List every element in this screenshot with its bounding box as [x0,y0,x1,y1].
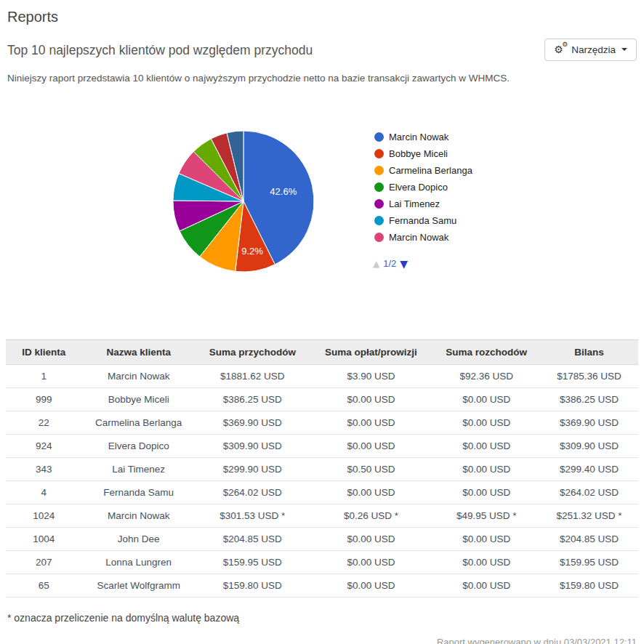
pie-slice-label: 42.6% [270,186,297,197]
table-cell: $369.90 USD [196,411,310,435]
table-cell: $159.80 USD [540,574,638,597]
table-cell: 22 [6,411,81,435]
report-header: Top 10 najlepszych klientów pod względem… [6,39,638,61]
table-row: 22Carmelina Berlanga$369.90 USD$0.00 USD… [6,411,638,435]
table-cell: $309.90 USD [540,435,638,458]
table-cell: Elvera Dopico [81,435,196,458]
table-cell: $0.00 USD [310,528,433,551]
table-row: 1Marcin Nowak$1881.62 USD$3.90 USD$92.36… [6,365,638,388]
column-header: Bilans [540,340,638,365]
chart-legend: Marcin NowakBobbye MiceliCarmelina Berla… [374,129,472,246]
table-row: 1024Marcin Nowak$301.53 USD *$0.26 USD *… [6,504,638,528]
table-row: 1004John Dee$204.85 USD$0.00 USD$0.00 US… [6,528,638,551]
legend-pager: ▲ 1/2 ▼ [373,258,408,269]
table-row: 4Fernanda Samu$264.02 USD$0.00 USD$0.00 … [6,481,638,504]
table-cell: $0.00 USD [432,528,540,551]
tools-button-label: Narzędzia [571,44,616,55]
table-cell: Fernanda Samu [81,481,196,504]
pie-slice-label: 9.2% [241,246,263,257]
legend-item: Marcin Nowak [374,229,472,246]
table-cell: $299.90 USD [196,458,310,481]
table-cell: $0.00 USD [432,481,540,504]
table-cell: Marcin Nowak [81,365,196,388]
legend-item: Bobbye Miceli [374,145,472,162]
table-cell: $299.40 USD [540,458,638,481]
legend-swatch [374,149,384,158]
table-cell: $1785.36 USD [540,365,638,388]
page-title: Reports [7,9,638,25]
table-cell: $0.00 USD [432,435,540,458]
report-title: Top 10 najlepszych klientów pod względem… [7,39,313,58]
generated-timestamp: Raport wygenerowano w dniu 03/03/2021 12… [6,637,638,644]
column-header: Suma opłat/prowizji [310,340,433,365]
column-header: Nazwa klienta [81,340,196,365]
table-row: 207Lonna Lungren$159.95 USD$0.00 USD$0.0… [6,551,638,574]
legend-label: Marcin Nowak [389,232,448,243]
table-row: 343Lai Timenez$299.90 USD$0.50 USD$0.00 … [6,458,638,481]
table-cell: $0.00 USD [432,388,540,411]
table-cell: $0.50 USD [310,458,433,481]
table-cell: John Dee [81,528,196,551]
column-header: ID klienta [6,340,81,365]
table-cell: 999 [6,388,81,411]
pie-chart-section: 42.6%9.2% Marcin NowakBobbye MiceliCarme… [6,84,638,331]
tools-button[interactable]: ⚙ ⚙ Narzędzia [544,39,637,61]
table-cell: $264.02 USD [540,481,638,504]
table-cell: $0.00 USD [310,481,433,504]
table-cell: $0.00 USD [432,574,540,597]
table-cell: 1024 [6,504,81,528]
table-cell: $0.00 USD [310,574,433,597]
caret-down-icon [621,48,627,51]
legend-label: Lai Timenez [389,198,440,209]
legend-item: Lai Timenez [374,196,472,212]
table-cell: $159.95 USD [540,551,638,574]
legend-swatch [374,233,384,242]
table-cell: Marcin Nowak [81,504,196,528]
report-page: Reports Top 10 najlepszych klientów pod … [0,0,644,644]
table-cell: $309.90 USD [196,435,310,458]
table-cell: $369.90 USD [540,411,638,435]
pie-chart[interactable]: 42.6%9.2% [171,129,316,274]
table-header: ID klientaNazwa klientaSuma przychodówSu… [6,340,638,365]
table-cell: Lai Timenez [81,458,196,481]
table-cell: $386.25 USD [196,388,310,411]
legend-swatch [374,132,384,142]
legend-item: Elvera Dopico [374,179,472,196]
table-cell: $49.95 USD * [432,504,540,528]
legend-item: Carmelina Berlanga [374,162,472,179]
legend-page-indicator: 1/2 [383,258,396,269]
table-cell: $0.26 USD * [310,504,433,528]
table-cell: 65 [6,574,81,597]
legend-item: Fernanda Samu [374,212,472,229]
report-description: Niniejszy raport przedstawia 10 klientów… [7,73,638,84]
table-cell: $204.85 USD [196,528,310,551]
legend-swatch [374,166,384,175]
table-row: 65Scarlet Wolfgramm$159.80 USD$0.00 USD$… [6,574,638,597]
column-header: Suma przychodów [196,340,310,365]
table-cell: $0.00 USD [432,551,540,574]
table-cell: $1881.62 USD [196,365,310,388]
table-cell: $386.25 USD [540,388,638,411]
legend-label: Fernanda Samu [389,215,456,226]
table-cell: $0.00 USD [310,435,433,458]
legend-page-prev-icon[interactable]: ▲ [373,259,379,268]
legend-swatch [374,182,384,192]
legend-page-next-icon[interactable]: ▼ [400,259,408,268]
table-row: 999Bobbye Miceli$386.25 USD$0.00 USD$0.0… [6,388,638,411]
table-cell: $301.53 USD * [196,504,310,528]
legend-label: Marcin Nowak [389,132,448,142]
gears-icon: ⚙ ⚙ [554,44,567,55]
table-cell: 924 [6,435,81,458]
table-cell: $0.00 USD [432,411,540,435]
table-cell: $159.95 USD [196,551,310,574]
table-cell: $3.90 USD [310,365,433,388]
table-cell: Scarlet Wolfgramm [81,574,196,597]
table-cell: 343 [6,458,81,481]
table-cell: $159.80 USD [196,574,310,597]
legend-label: Carmelina Berlanga [389,165,472,176]
table-cell: 1004 [6,528,81,551]
report-table: ID klientaNazwa klientaSuma przychodówSu… [6,339,638,597]
table-cell: $0.00 USD [432,458,540,481]
table-cell: 4 [6,481,81,504]
table-cell: $0.00 USD [310,551,433,574]
